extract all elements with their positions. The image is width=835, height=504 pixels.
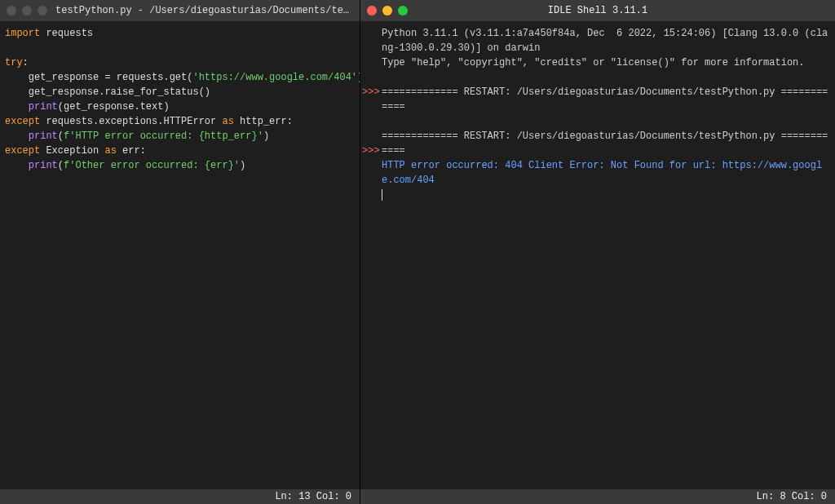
python-help-hint: Type "help", "copyright", "credits" or "…: [382, 57, 804, 69]
code-text: requests.exceptions.HTTPError: [40, 116, 222, 127]
error-output: HTTP error occurred: 404 Client Error: N…: [382, 160, 822, 186]
editor-statusbar: Ln: 13 Col: 0: [0, 489, 360, 504]
keyword-try: try: [5, 57, 23, 69]
code-text: [5, 130, 29, 142]
code-text: requests: [40, 28, 93, 39]
close-icon[interactable]: [7, 6, 16, 15]
shell-title: IDLE Shell 3.11.1: [548, 5, 647, 16]
minimize-icon[interactable]: [22, 6, 32, 15]
code-editor[interactable]: import requests try: get_response = requ…: [0, 21, 360, 489]
traffic-lights-inactive: [7, 6, 47, 15]
shell-window: IDLE Shell 3.11.1 >>> >>> Python 3.11.1 …: [360, 0, 835, 504]
traffic-lights-active: [367, 6, 408, 15]
string-literal: f'HTTP error occurred: {http_err}': [64, 130, 263, 142]
code-text: [5, 101, 29, 113]
code-text: http_err:: [234, 116, 293, 127]
code-text: [5, 160, 29, 171]
code-text: Exception: [40, 145, 104, 157]
builtin-print: print: [29, 160, 58, 171]
cursor-position: Ln: 13 Col: 0: [275, 491, 351, 502]
text-cursor-icon: [382, 189, 382, 201]
minimize-icon[interactable]: [382, 6, 392, 15]
shell-titlebar[interactable]: IDLE Shell 3.11.1: [360, 0, 835, 21]
string-literal: f'Other error occurred: {err}': [64, 160, 240, 171]
code-text: (: [58, 160, 64, 171]
editor-titlebar[interactable]: testPython.py - /Users/diegoasturias/Doc…: [0, 0, 360, 21]
close-icon[interactable]: [367, 6, 377, 15]
shell-body[interactable]: Python 3.11.1 (v3.11.1:a7a450f84a, Dec 6…: [382, 26, 835, 484]
code-text: (: [58, 130, 64, 142]
builtin-print: print: [29, 130, 58, 142]
code-text: err:: [117, 145, 146, 157]
keyword-as: as: [222, 116, 233, 127]
restart-banner: ============= RESTART: /Users/diegoastur…: [382, 86, 828, 113]
prompt-icon: >>>: [362, 86, 380, 98]
code-text: (get_response.text): [58, 101, 170, 113]
keyword-as: as: [104, 145, 116, 157]
restart-banner: ============= RESTART: /Users/diegoastur…: [382, 130, 828, 157]
builtin-print: print: [29, 101, 58, 113]
shell-statusbar: Ln: 8 Col: 0: [360, 489, 835, 504]
editor-window: testPython.py - /Users/diegoasturias/Doc…: [0, 0, 360, 504]
shell-prompt-gutter: >>> >>>: [360, 26, 382, 484]
code-text: :: [23, 57, 29, 69]
zoom-icon[interactable]: [398, 6, 408, 15]
keyword-except: except: [5, 116, 40, 127]
cursor-position: Ln: 8 Col: 0: [757, 491, 827, 502]
code-text: get_response = requests.get(: [5, 72, 192, 83]
code-text: ): [263, 130, 269, 142]
code-text: ): [240, 160, 245, 171]
zoom-icon[interactable]: [38, 6, 47, 15]
keyword-import: import: [5, 28, 40, 39]
keyword-except: except: [5, 145, 40, 157]
code-text: ): [357, 72, 360, 83]
string-literal: 'https://www.google.com/404': [192, 72, 357, 83]
shell-output[interactable]: >>> >>> Python 3.11.1 (v3.11.1:a7a450f84…: [360, 21, 835, 489]
code-text: get_response.raise_for_status(): [5, 86, 210, 98]
prompt-icon: >>>: [362, 145, 380, 157]
python-banner: Python 3.11.1 (v3.11.1:a7a450f84a, Dec 6…: [382, 28, 828, 54]
editor-title: testPython.py - /Users/diegoasturias/Doc…: [55, 5, 353, 16]
